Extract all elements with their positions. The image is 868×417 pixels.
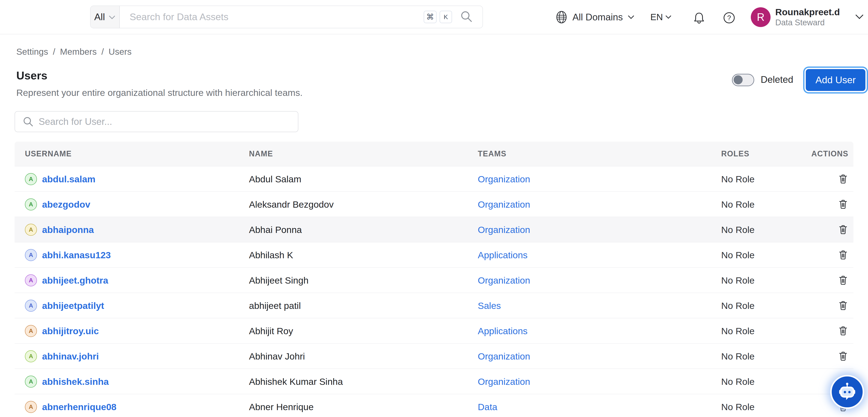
deleted-toggle-knob: [734, 75, 743, 84]
user-avatar: A: [25, 173, 37, 185]
team-link[interactable]: Organization: [478, 351, 530, 362]
breadcrumb-separator: /: [101, 47, 104, 57]
trash-icon: [838, 300, 849, 311]
search-shortcut-keys: ⌘K: [424, 11, 452, 23]
language-dropdown[interactable]: EN: [650, 0, 672, 34]
profile-menu[interactable]: Rounakpreet.d Data Steward: [775, 6, 852, 28]
user-avatar: A: [25, 198, 37, 211]
table-row: Aabhijeetpatilytabhijeet patilSalesNo Ro…: [14, 293, 854, 318]
username-cell: Aabhishek.sinha: [25, 369, 109, 394]
username-link[interactable]: abnerhenrique08: [42, 402, 117, 412]
username-cell: Aabdul.salam: [25, 166, 95, 192]
team-link[interactable]: Applications: [478, 326, 528, 336]
users-table-body: Aabdul.salamAbdul SalamOrganizationNo Ro…: [14, 166, 854, 417]
delete-user-button[interactable]: [836, 273, 850, 288]
search-scope-dropdown[interactable]: All: [91, 6, 120, 28]
delete-user-button[interactable]: [836, 324, 850, 338]
trash-icon: [838, 325, 849, 336]
chevron-down-icon: [665, 15, 672, 20]
username-link[interactable]: abhishek.sinha: [42, 377, 109, 387]
svg-text:?: ?: [727, 14, 731, 22]
search-scope-label: All: [94, 11, 105, 23]
notifications-bell-icon[interactable]: [692, 11, 706, 25]
username-cell: Aabezgodov: [25, 192, 90, 217]
team-link[interactable]: Organization: [478, 174, 530, 185]
delete-user-button[interactable]: [836, 223, 850, 237]
username-link[interactable]: abhijeetpatilyt: [42, 300, 104, 311]
table-row: Aabnerhenrique08Abner HenriqueDataNo Rol…: [14, 394, 854, 417]
deleted-toggle[interactable]: [732, 74, 754, 86]
team-link[interactable]: Organization: [478, 199, 530, 210]
team-link[interactable]: Applications: [478, 250, 528, 260]
add-user-button[interactable]: Add User: [806, 69, 865, 91]
name-cell: Aleksandr Bezgodov: [249, 192, 334, 217]
users-table-header: USERNAME NAME TEAMS ROLES ACTIONS: [14, 141, 854, 166]
table-row: Aabdul.salamAbdul SalamOrganizationNo Ro…: [14, 166, 854, 191]
username-link[interactable]: abhijeet.ghotra: [42, 275, 108, 286]
chevron-down-icon[interactable]: [855, 14, 864, 21]
team-link[interactable]: Sales: [478, 300, 501, 311]
teams-cell: Organization: [478, 344, 530, 369]
profile-avatar[interactable]: R: [751, 7, 771, 27]
delete-user-button[interactable]: [836, 248, 850, 262]
deleted-toggle-label: Deleted: [761, 74, 793, 85]
role-cell: No Role: [721, 293, 754, 318]
actions-cell: [826, 268, 860, 293]
username-link[interactable]: abdul.salam: [42, 174, 95, 185]
trash-icon: [838, 224, 849, 235]
trash-icon: [838, 199, 849, 210]
table-row: Aabhijeet.ghotraAbhijeet SinghOrganizati…: [14, 267, 854, 293]
user-avatar: A: [25, 350, 37, 362]
name-cell: Abhijeet Singh: [249, 268, 308, 293]
breadcrumb-separator: /: [53, 47, 55, 57]
teams-cell: Data: [478, 394, 497, 417]
role-cell: No Role: [721, 268, 754, 293]
role-cell: No Role: [721, 166, 754, 192]
column-header-roles: ROLES: [721, 141, 749, 166]
team-link[interactable]: Data: [478, 402, 497, 412]
all-domains-dropdown[interactable]: All Domains: [555, 0, 635, 34]
username-link[interactable]: abhi.kanasu123: [42, 250, 111, 260]
delete-user-button[interactable]: [836, 349, 850, 363]
team-link[interactable]: Organization: [478, 225, 530, 235]
delete-user-button[interactable]: [836, 298, 850, 313]
column-header-name: NAME: [249, 141, 273, 166]
username-link[interactable]: abezgodov: [42, 199, 90, 210]
delete-user-button[interactable]: [836, 197, 850, 212]
global-search-placeholder[interactable]: Search for Data Assets: [130, 11, 424, 23]
page-subtitle: Represent your entire organizational str…: [16, 88, 303, 98]
username-cell: Aabhijeet.ghotra: [25, 268, 108, 293]
help-icon[interactable]: ?: [722, 11, 736, 25]
username-cell: Aabhaiponna: [25, 217, 94, 243]
profile-name: Rounakpreet.d: [775, 6, 852, 18]
teams-cell: Applications: [478, 243, 528, 268]
search-icon[interactable]: [460, 10, 473, 24]
chatbot-button[interactable]: [830, 375, 864, 409]
username-cell: Aabhi.kanasu123: [25, 243, 111, 268]
user-search-input[interactable]: Search for User...: [14, 111, 298, 132]
delete-user-button[interactable]: [836, 172, 850, 186]
username-link[interactable]: abhaiponna: [42, 225, 94, 235]
actions-cell: [826, 217, 860, 243]
trash-icon: [838, 351, 849, 362]
teams-cell: Organization: [478, 369, 530, 394]
actions-cell: [826, 243, 860, 268]
user-avatar: A: [25, 300, 37, 312]
role-cell: No Role: [721, 217, 754, 243]
actions-cell: [826, 318, 860, 344]
breadcrumb-item-settings[interactable]: Settings: [16, 47, 48, 57]
table-row: Aabhinav.johriAbhinav JohriOrganizationN…: [14, 343, 854, 368]
user-avatar: A: [25, 249, 37, 261]
user-avatar: A: [25, 325, 37, 337]
trash-icon: [838, 275, 849, 286]
username-link[interactable]: abhijitroy.uic: [42, 326, 99, 336]
role-cell: No Role: [721, 344, 754, 369]
global-search-bar[interactable]: All Search for Data Assets ⌘K: [90, 6, 483, 28]
breadcrumb-item-members[interactable]: Members: [60, 47, 97, 57]
actions-cell: [826, 192, 860, 217]
team-link[interactable]: Organization: [478, 377, 530, 387]
team-link[interactable]: Organization: [478, 275, 530, 286]
breadcrumb-item-users: Users: [108, 47, 131, 57]
shortcut-key: K: [440, 11, 452, 23]
username-link[interactable]: abhinav.johri: [42, 351, 99, 362]
